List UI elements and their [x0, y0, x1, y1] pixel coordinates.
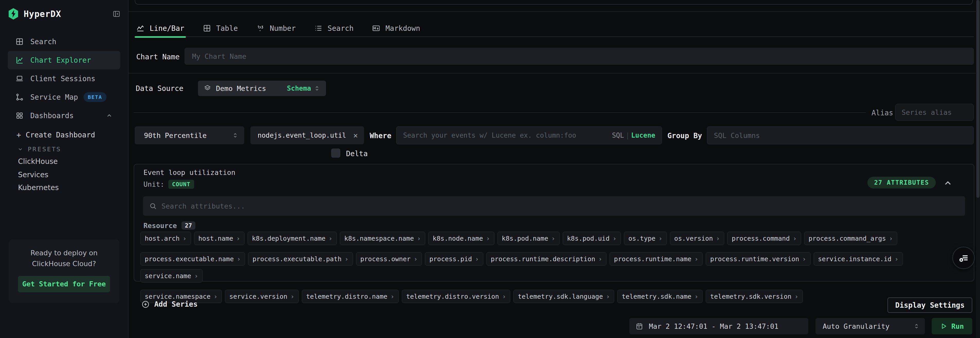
- attribute-name: os.version: [675, 235, 713, 242]
- presets-header[interactable]: PRESETS: [18, 146, 61, 152]
- attribute-name: k8s.namespace.name: [344, 235, 414, 242]
- run-label: Run: [951, 322, 964, 330]
- sidebar-item-search[interactable]: Search: [8, 32, 120, 51]
- tab-table[interactable]: Table: [202, 20, 238, 36]
- attribute-chip[interactable]: process.executable.name›: [140, 252, 245, 265]
- tab-search[interactable]: Search: [313, 20, 354, 36]
- metric-attributes-panel: Event loop utilization Unit: COUNT 27 AT…: [134, 164, 974, 281]
- query-controls-row: Mar 2 12:47:01 - Mar 2 13:47:01 Auto Gra…: [129, 318, 980, 335]
- attribute-chip[interactable]: process.runtime.version›: [706, 252, 810, 265]
- attribute-chip[interactable]: k8s.namespace.name›: [340, 232, 425, 245]
- attribute-chip[interactable]: telemetry.distro.name›: [302, 290, 399, 303]
- attribute-name: telemetry.sdk.name: [622, 293, 691, 300]
- chevron-right-icon: ›: [659, 235, 662, 242]
- aggregation-select[interactable]: 90th Percentile: [135, 126, 244, 144]
- attribute-name: host.name: [199, 235, 233, 242]
- scrollbar-thumb[interactable]: [977, 0, 980, 198]
- series-builder-row: 90th Percentile nodejs.event_loop.util ×…: [129, 126, 980, 144]
- promo-text: Ready to deploy on ClickHouse Cloud?: [18, 248, 110, 269]
- data-source-value: Demo Metrics: [216, 84, 266, 92]
- sidebar-nav: SearchChart ExplorerClient SessionsServi…: [8, 32, 120, 125]
- delta-label: Delta: [346, 149, 368, 158]
- preset-item-kubernetes[interactable]: Kubernetes: [18, 183, 59, 192]
- chevron-up-icon: [106, 112, 113, 119]
- attribute-chip[interactable]: service.name›: [140, 269, 202, 282]
- alias-row: Alias: [129, 104, 980, 121]
- attribute-chip[interactable]: host.arch›: [140, 232, 191, 245]
- chevron-up-icon[interactable]: [943, 178, 953, 188]
- sidebar-collapse-icon[interactable]: [113, 10, 120, 18]
- chevron-right-icon: ›: [802, 255, 806, 263]
- chevron-updown-icon: [313, 85, 320, 92]
- chart-name-input[interactable]: [185, 48, 974, 65]
- attribute-chip[interactable]: k8s.pod.uid›: [563, 232, 621, 245]
- lucene-toggle[interactable]: Lucene: [631, 132, 655, 139]
- attribute-chip[interactable]: process.command›: [727, 232, 801, 245]
- attribute-chip[interactable]: k8s.pod.name›: [498, 232, 560, 245]
- attribute-chip[interactable]: process.owner›: [356, 252, 422, 265]
- attribute-name: host.arch: [145, 235, 180, 242]
- attribute-chip[interactable]: process.command_args›: [804, 232, 897, 245]
- tab-number[interactable]: Number: [256, 20, 296, 36]
- time-range-picker[interactable]: Mar 2 12:47:01 - Mar 2 13:47:01: [629, 318, 808, 335]
- attribute-chip[interactable]: service.instance.id›: [814, 252, 903, 265]
- attribute-chip[interactable]: k8s.deployment.name›: [248, 232, 337, 245]
- attributes-search-input[interactable]: [161, 202, 959, 210]
- attribute-name: k8s.deployment.name: [252, 235, 326, 242]
- attribute-chip[interactable]: process.executable.path›: [248, 252, 353, 265]
- sidebar-item-label: Client Sessions: [30, 75, 95, 83]
- data-source-select[interactable]: Demo Metrics Schema: [198, 81, 326, 96]
- attribute-name: process.executable.name: [145, 255, 234, 263]
- sidebar-item-client-sessions[interactable]: Client Sessions: [8, 69, 120, 88]
- attribute-chip[interactable]: service.version›: [225, 290, 299, 303]
- sidebar-item-dashboards[interactable]: Dashboards: [8, 106, 120, 125]
- attribute-chip[interactable]: process.pid›: [425, 252, 483, 265]
- delta-checkbox[interactable]: [331, 148, 340, 158]
- preset-item-clickhouse[interactable]: ClickHouse: [18, 157, 57, 166]
- tab-markdown[interactable]: Markdown: [371, 20, 421, 36]
- attribute-chip[interactable]: k8s.node.name›: [428, 232, 494, 245]
- alias-input[interactable]: [895, 104, 974, 121]
- attribute-chip[interactable]: process.runtime.description›: [487, 252, 606, 265]
- display-settings-button[interactable]: Display Settings: [888, 297, 972, 313]
- sidebar-item-chart-explorer[interactable]: Chart Explorer: [8, 51, 120, 69]
- chevron-right-icon: ›: [414, 255, 417, 263]
- chevron-updown-icon: [232, 132, 239, 139]
- group-by-input[interactable]: [707, 126, 974, 144]
- list-icon: [314, 24, 322, 32]
- attribute-name: process.runtime.version: [710, 255, 799, 263]
- scrollbar: [976, 0, 980, 338]
- play-icon: [940, 322, 947, 330]
- granularity-select[interactable]: Auto Granularity: [816, 318, 925, 335]
- attribute-name: process.runtime.description: [491, 255, 595, 263]
- chevron-right-icon: ›: [345, 255, 348, 263]
- attribute-chip[interactable]: telemetry.sdk.name›: [617, 290, 703, 303]
- run-button[interactable]: Run: [932, 318, 972, 335]
- feedback-widget-button[interactable]: [952, 247, 975, 269]
- schema-link[interactable]: Schema: [287, 84, 311, 92]
- attribute-name: telemetry.sdk.version: [710, 293, 791, 300]
- attributes-search: [143, 196, 965, 216]
- attribute-chip[interactable]: host.name›: [194, 232, 245, 245]
- attribute-chip[interactable]: telemetry.sdk.version›: [706, 290, 803, 303]
- get-started-button[interactable]: Get Started for Free: [18, 276, 110, 292]
- attribute-name: telemetry.sdk.language: [518, 293, 603, 300]
- create-dashboard-button[interactable]: + Create Dashboard: [16, 130, 95, 140]
- chevron-right-icon: ›: [795, 293, 799, 300]
- remove-metric-icon[interactable]: ×: [353, 131, 358, 140]
- tab-line-bar[interactable]: Line/Bar: [136, 20, 185, 36]
- attribute-chip[interactable]: telemetry.distro.version›: [402, 290, 510, 303]
- sql-toggle[interactable]: SQL: [612, 132, 624, 139]
- granularity-value: Auto Granularity: [822, 322, 889, 330]
- attribute-chip[interactable]: telemetry.sdk.language›: [513, 290, 614, 303]
- tab-label: Table: [216, 24, 238, 33]
- sidebar-item-service-map[interactable]: Service MapBETA: [8, 88, 120, 106]
- attribute-chip[interactable]: os.version›: [670, 232, 724, 245]
- attribute-chip[interactable]: process.runtime.name›: [609, 252, 703, 265]
- attribute-name: k8s.pod.name: [502, 235, 548, 242]
- add-series-button[interactable]: Add Series: [142, 300, 198, 308]
- attribute-chip[interactable]: os.type›: [624, 232, 667, 245]
- metric-tag[interactable]: nodejs.event_loop.util ×: [250, 126, 364, 144]
- unit-label: Unit:: [143, 180, 164, 188]
- preset-item-services[interactable]: Services: [18, 171, 48, 179]
